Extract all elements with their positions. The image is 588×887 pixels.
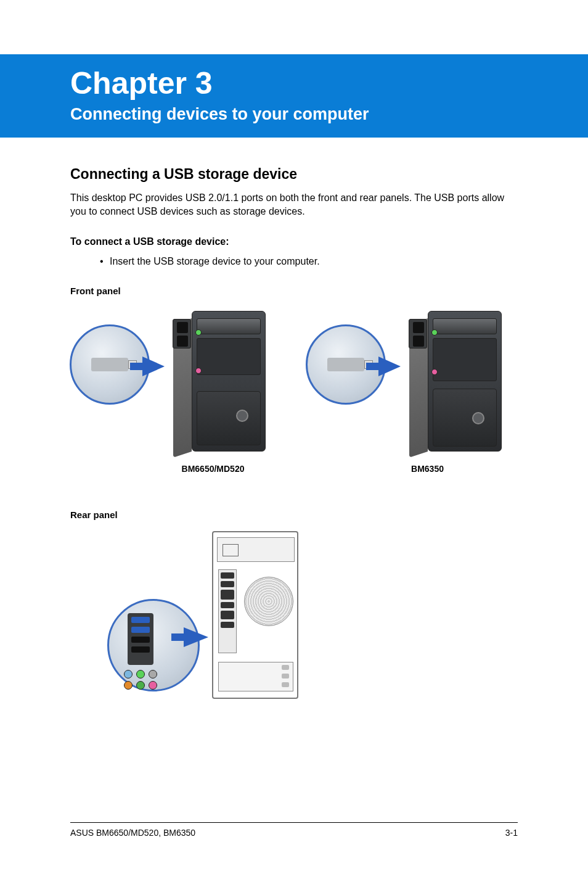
arrow-icon [142,357,165,376]
figure-front-right: BM6350 [306,307,518,474]
front-panel-label: Front panel [70,286,518,296]
figure-front-left: BM6650/MD520 [70,307,282,474]
tower-illustration-bm6350 [311,307,514,455]
chapter-title: Connecting devices to your computer [70,105,588,124]
bullet-icon: • [70,256,100,267]
section-intro: This desktop PC provides USB 2.0/1.1 por… [70,191,518,219]
body: Connecting a USB storage device This des… [0,138,588,704]
footer-page-number: 3-1 [505,828,518,838]
rear-outline [212,531,298,699]
caption-left: BM6650/MD520 [70,464,282,474]
arrow-icon [184,627,208,647]
step-text: Insert the USB storage device to your co… [100,256,320,267]
rear-panel-label: Rear panel [70,510,518,520]
step-heading: To connect a USB storage device: [70,236,518,247]
page: Chapter 3 Connecting devices to your com… [0,54,588,704]
chapter-banner: Chapter 3 Connecting devices to your com… [0,54,588,138]
step-item: • Insert the USB storage device to your … [70,256,518,267]
caption-right: BM6350 [306,464,518,474]
front-figures: BM6650/MD520 [70,307,518,474]
section-heading: Connecting a USB storage device [70,166,518,183]
figure-rear [107,531,304,704]
page-footer: ASUS BM6650/MD520, BM6350 3-1 [0,822,588,838]
tower-illustration-bm6650 [75,307,278,455]
footer-left: ASUS BM6650/MD520, BM6350 [70,828,195,838]
chapter-number: Chapter 3 [70,65,588,101]
arrow-icon [378,357,401,376]
